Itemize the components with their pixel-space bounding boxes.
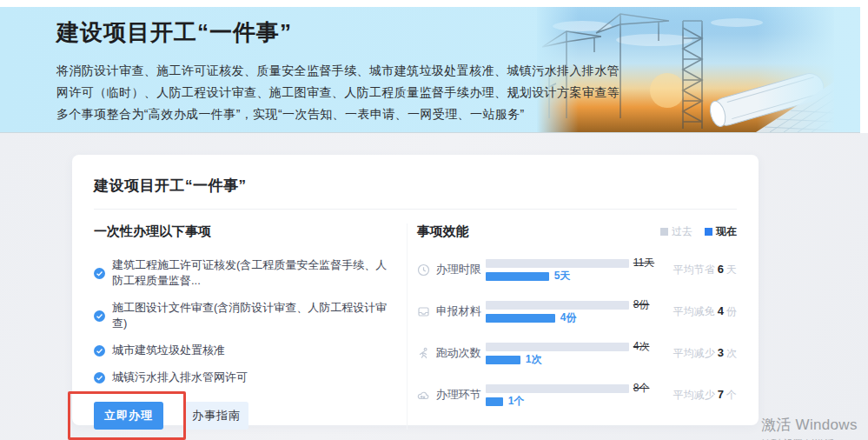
- list-item-label: 城市建筑垃圾处置核准: [112, 343, 225, 358]
- bar-present: [486, 397, 503, 406]
- apply-now-button[interactable]: 立即办理: [94, 402, 163, 430]
- list-item: 城镇污水排入排水管网许可: [94, 370, 394, 385]
- present-value: 1次: [526, 352, 542, 367]
- efficiency-row: 办理环节 8个 1个 平均减少7个: [417, 383, 737, 406]
- legend-present: 现在: [705, 224, 737, 239]
- legend-past-label: 过去: [672, 224, 692, 239]
- list-item-label: 施工图设计文件审查(含消防设计审查、人防工程设计审查): [112, 300, 394, 331]
- bar-present: [486, 314, 555, 323]
- bar-present: [486, 272, 549, 281]
- row-label: 办理环节: [436, 387, 481, 403]
- bar-past: [486, 301, 629, 310]
- legend-present-swatch: [705, 228, 712, 236]
- hero-banner: 建设项目开工“一件事” 将消防设计审查、施工许可证核发、质量安全监督手续、城市建…: [0, 7, 860, 133]
- watermark-line1: 激活 Windows: [761, 415, 868, 435]
- card-title: 建设项目开工“一件事”: [94, 176, 737, 196]
- row-label: 办理时限: [436, 262, 481, 277]
- past-value: 11天: [633, 256, 654, 270]
- row-label: 跑动次数: [436, 345, 481, 361]
- past-value: 4次: [633, 339, 650, 354]
- check-circle-icon: [94, 310, 105, 322]
- list-item: 施工图设计文件审查(含消防设计审查、人防工程设计审查): [94, 300, 394, 331]
- efficiency-heading: 事项效能: [417, 223, 469, 240]
- bar-past: [486, 343, 629, 351]
- legend-present-label: 现在: [716, 224, 737, 239]
- windows-activation-watermark: 激活 Windows 转到“设置”以激活 Windows。: [761, 415, 868, 440]
- legend-past: 过去: [660, 224, 692, 239]
- list-item-label: 建筑工程施工许可证核发(含工程质量安全监督手续、人防工程质量监督...: [112, 257, 394, 289]
- row-summary: 平均减免4份: [673, 304, 737, 319]
- banner-title: 建设项目开工“一件事”: [56, 17, 623, 48]
- guide-button[interactable]: 办事指南: [184, 402, 248, 430]
- check-circle-icon: [94, 268, 105, 279]
- banner-description: 将消防设计审查、施工许可证核发、质量安全监督手续、城市建筑垃圾处置核准、城镇污水…: [56, 60, 623, 125]
- row-summary: 平均减少7个: [673, 388, 737, 403]
- list-item: 建筑工程施工许可证核发(含工程质量安全监督手续、人防工程质量监督...: [94, 257, 394, 289]
- legend: 过去 现在: [660, 224, 737, 239]
- bar-past: [486, 384, 629, 393]
- list-item: 城市建筑垃圾处置核准: [94, 343, 394, 358]
- bar-past: [486, 259, 629, 268]
- check-circle-icon: [94, 372, 105, 383]
- check-circle-icon: [94, 345, 105, 357]
- list-item-label: 城镇污水排入排水管网许可: [112, 370, 248, 385]
- folder-icon: [417, 305, 430, 318]
- items-heading: 一次性办理以下事项: [94, 223, 394, 240]
- row-label: 申报材料: [436, 303, 481, 319]
- service-card: 建设项目开工“一件事” 一次性办理以下事项 建筑工程施工许可证核发(含工程质量安…: [72, 155, 759, 425]
- efficiency-rows: 办理时限 11天 5天 平均节省6天 申报材料 8份 4份: [417, 258, 737, 406]
- present-value: 4份: [560, 310, 577, 325]
- clock-icon: [417, 263, 430, 277]
- present-value: 5天: [554, 269, 571, 283]
- past-value: 8个: [633, 381, 650, 396]
- past-value: 8份: [633, 297, 650, 312]
- efficiency-row: 申报材料 8份 4份 平均减免4份: [417, 300, 737, 323]
- legend-past-swatch: [660, 228, 668, 236]
- row-summary: 平均减少3次: [673, 346, 737, 361]
- bar-present: [486, 356, 520, 364]
- efficiency-row: 办理时限 11天 5天 平均节省6天: [417, 258, 737, 281]
- items-section: 一次性办理以下事项 建筑工程施工许可证核发(含工程质量安全监督手续、人防工程质量…: [94, 223, 407, 430]
- row-summary: 平均节省6天: [673, 263, 737, 277]
- todo-list: 建筑工程施工许可证核发(含工程质量安全监督手续、人防工程质量监督... 施工图设…: [94, 257, 394, 385]
- cloud-icon: [417, 389, 430, 402]
- present-value: 1个: [508, 394, 525, 409]
- efficiency-row: 跑动次数 4次 1次 平均减少3次: [417, 342, 737, 364]
- efficiency-section: 事项效能 过去 现在 办理时限 11天 5天 平均节省6天: [407, 223, 737, 430]
- runner-icon: [417, 347, 430, 360]
